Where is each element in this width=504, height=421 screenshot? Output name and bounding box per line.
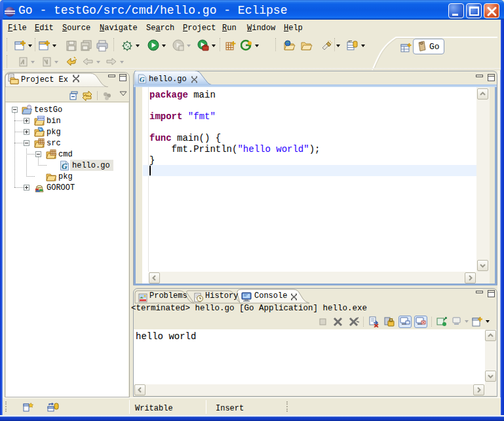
svg-text:G: G: [140, 75, 145, 83]
svg-text:G: G: [62, 162, 68, 171]
